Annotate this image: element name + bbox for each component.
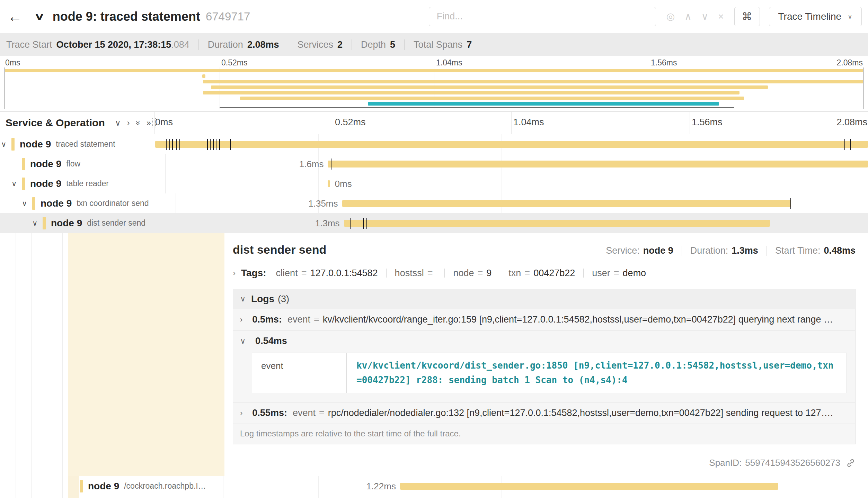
span-row[interactable]: node 9/cockroach.roachpb.I…1.22ms bbox=[0, 476, 868, 496]
span-row[interactable]: ∨node 9dist sender send1.3ms bbox=[0, 213, 868, 233]
span-bar[interactable] bbox=[342, 200, 791, 207]
log-marker-tick bbox=[213, 139, 214, 150]
separator bbox=[352, 39, 352, 50]
span-timeline-cell[interactable]: 1.22ms bbox=[223, 476, 868, 496]
logs-title: Logs bbox=[251, 293, 274, 305]
log-marker-tick bbox=[166, 139, 167, 150]
span-name-cell[interactable]: node 4/cockroach.roachpb.I… bbox=[0, 496, 223, 498]
indent-guide bbox=[47, 496, 47, 498]
operation-name: /cockroach.roachpb.I… bbox=[124, 481, 206, 491]
collapse-chevron-icon[interactable]: ∨ bbox=[22, 199, 27, 208]
span-name-cell[interactable]: node 9flow bbox=[0, 154, 166, 174]
operation-name: flow bbox=[66, 159, 80, 169]
equals-sign: = bbox=[314, 314, 319, 325]
log-marker-tick bbox=[366, 218, 367, 229]
span-bar[interactable] bbox=[328, 180, 330, 187]
prev-result-icon[interactable]: ∧ bbox=[684, 11, 692, 22]
indent-guide bbox=[16, 476, 16, 496]
logs-header[interactable]: ∨ Logs (3) bbox=[233, 289, 855, 309]
span-bar[interactable] bbox=[328, 161, 868, 167]
next-result-icon[interactable]: ∨ bbox=[701, 11, 709, 22]
span-rows: ∨node 9traced statementnode 9flow1.6ms∨n… bbox=[0, 134, 868, 498]
start-time-label: Start Time: bbox=[775, 245, 821, 256]
trace-view-label: Trace Timeline bbox=[778, 11, 842, 22]
span-name-cell[interactable]: ∨node 9txn coordinator send bbox=[0, 193, 176, 213]
span-rows-top: ∨node 9traced statementnode 9flow1.6ms∨n… bbox=[0, 134, 868, 233]
duration-value: 2.08ms bbox=[247, 39, 279, 50]
indent-guide bbox=[47, 233, 47, 476]
clear-find-icon[interactable]: × bbox=[718, 11, 724, 22]
span-name-cell[interactable]: ∨node 9traced statement bbox=[0, 134, 155, 154]
grid-line bbox=[690, 112, 690, 134]
span-bar[interactable] bbox=[400, 483, 778, 490]
equals-sign: = bbox=[319, 408, 325, 418]
log-field-value: kv/kvclient/kvcoord/dist_sender.go:1850 … bbox=[347, 353, 847, 393]
expand-all-icon[interactable]: » bbox=[147, 118, 151, 128]
service-color-strip bbox=[80, 480, 83, 492]
span-row[interactable]: node 9flow1.6ms bbox=[0, 154, 868, 174]
back-arrow-icon[interactable]: ← bbox=[8, 8, 22, 25]
log-field-key: event bbox=[252, 353, 347, 393]
time-tick-label: 2.08ms bbox=[837, 58, 863, 67]
span-duration-label: 0ms bbox=[335, 178, 352, 189]
trace-header-collapse-icon[interactable]: ∨ bbox=[34, 11, 45, 22]
minimap-span bbox=[203, 80, 863, 83]
span-name-cell[interactable]: ∨node 9table reader bbox=[0, 174, 166, 193]
span-rows-bottom: node 9/cockroach.roachpb.I…1.22msnode 4/… bbox=[0, 476, 868, 498]
span-row[interactable]: ∨node 9txn coordinator send1.35ms bbox=[0, 193, 868, 213]
collapse-chevron-icon[interactable]: ∨ bbox=[11, 180, 17, 188]
depth-value: 5 bbox=[390, 39, 395, 50]
span-timeline-cell[interactable]: 1.6ms bbox=[166, 154, 868, 174]
find-input[interactable] bbox=[429, 7, 656, 26]
log-entry-header[interactable]: ∨0.54ms bbox=[240, 336, 848, 346]
span-timeline-cell[interactable]: 1.3ms bbox=[186, 213, 868, 233]
log-entry[interactable]: ›0.5ms:event=kv/kvclient/kvcoord/range_i… bbox=[233, 309, 855, 331]
indent-guide bbox=[31, 476, 32, 496]
time-tick-label: 1.04ms bbox=[436, 58, 462, 67]
log-preview: kv/kvclient/kvcoord/range_iter.go:159 [n… bbox=[323, 314, 833, 325]
minimap-canvas[interactable] bbox=[5, 67, 863, 109]
deep-link-icon[interactable] bbox=[846, 458, 856, 468]
span-duration-label: 1.35ms bbox=[308, 198, 338, 209]
span-detail-title: dist sender send bbox=[233, 243, 326, 256]
operation-name: table reader bbox=[66, 179, 109, 188]
span-row[interactable]: node 4/cockroach.roachpb.I…0.85ms bbox=[0, 496, 868, 498]
tags-section[interactable]: › Tags: client=127.0.0.1:54582hostssl=no… bbox=[233, 268, 856, 279]
span-timeline-cell[interactable]: 0.85ms bbox=[223, 496, 868, 498]
log-entry[interactable]: ›0.55ms:event=rpc/nodedialer/nodedialer.… bbox=[233, 402, 855, 424]
indent-guide bbox=[31, 233, 32, 476]
trace-view-selector[interactable]: Trace Timeline ∨ bbox=[769, 7, 862, 26]
collapse-all-icon[interactable]: » bbox=[133, 121, 143, 125]
log-marker-tick bbox=[216, 139, 216, 150]
tag-value: demo bbox=[623, 268, 646, 279]
expand-one-icon[interactable]: › bbox=[127, 118, 130, 128]
indent-guide bbox=[62, 233, 63, 476]
span-row[interactable]: ∨node 9table reader0ms bbox=[0, 174, 868, 193]
minimap-span bbox=[211, 85, 768, 89]
logs-section: ∨ Logs (3) ›0.5ms:event=kv/kvclient/kvco… bbox=[233, 289, 856, 444]
services-label: Services bbox=[297, 39, 333, 50]
operation-name: txn coordinator send bbox=[77, 199, 149, 208]
column-resize-handle[interactable] bbox=[152, 118, 156, 127]
span-timeline-cell[interactable] bbox=[155, 134, 868, 154]
chevron-down-icon: ∨ bbox=[240, 295, 246, 304]
match-target-icon[interactable]: ◎ bbox=[666, 11, 675, 22]
span-name-cell[interactable]: ∨node 9dist sender send bbox=[0, 213, 186, 233]
operation-name: dist sender send bbox=[87, 218, 145, 228]
depth-label: Depth bbox=[361, 39, 386, 50]
span-id-value: 5597415943526560273 bbox=[745, 458, 840, 468]
log-marker-tick bbox=[790, 198, 791, 209]
span-timeline-cell[interactable]: 0ms bbox=[166, 174, 868, 193]
span-row[interactable]: ∨node 9traced statement bbox=[0, 134, 868, 154]
collapse-chevron-icon[interactable]: ∨ bbox=[1, 140, 6, 148]
collapse-one-icon[interactable]: ∨ bbox=[115, 118, 121, 128]
indent-guide bbox=[31, 496, 32, 498]
keyboard-shortcuts-button[interactable]: ⌘ bbox=[734, 7, 760, 26]
span-name-cell[interactable]: node 9/cockroach.roachpb.I… bbox=[0, 476, 223, 496]
span-bar[interactable] bbox=[155, 141, 868, 148]
separator bbox=[767, 246, 767, 256]
span-detail-header: dist sender send Service: node 9 Duratio… bbox=[233, 243, 856, 256]
span-bar[interactable] bbox=[344, 220, 770, 227]
collapse-chevron-icon[interactable]: ∨ bbox=[32, 219, 37, 227]
span-timeline-cell[interactable]: 1.35ms bbox=[176, 193, 868, 213]
